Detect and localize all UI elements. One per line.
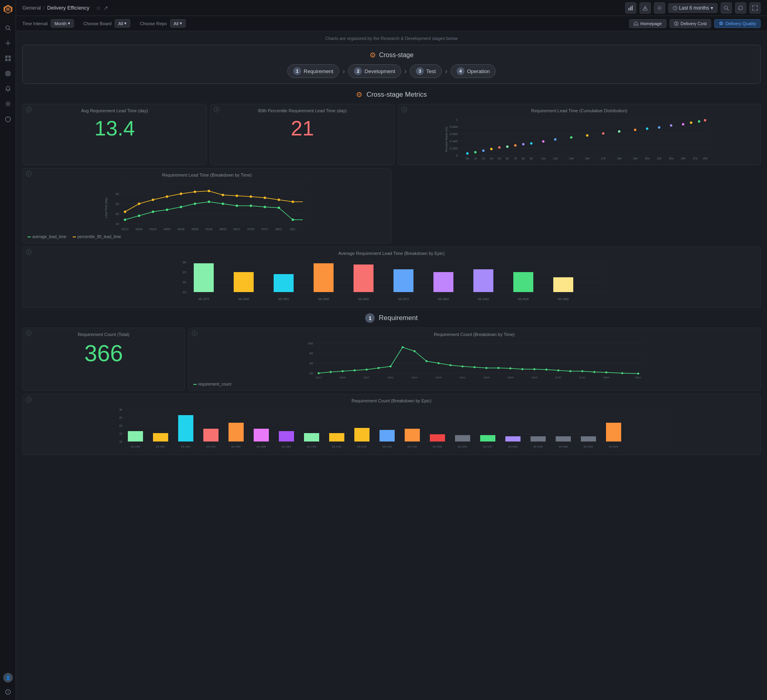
export-icon[interactable] <box>640 2 651 14</box>
req-section-num: 1 <box>365 313 375 323</box>
svg-text:EE-4586: EE-4586 <box>558 298 568 300</box>
svg-text:20d: 20d <box>645 157 650 159</box>
svg-text:04/14: 04/14 <box>411 376 418 379</box>
svg-point-175 <box>389 366 391 368</box>
svg-text:06/02: 06/02 <box>219 228 227 231</box>
delivery-quality-button[interactable]: Delivery Quality <box>714 19 761 28</box>
stage-num-3: 3 <box>416 67 424 75</box>
cumul-info-icon[interactable]: i <box>401 107 407 112</box>
chart-type-icon[interactable] <box>625 2 636 14</box>
svg-text:13d: 13d <box>553 157 558 159</box>
svg-text:EE-3740: EE-3740 <box>407 445 417 448</box>
svg-point-53 <box>618 130 620 133</box>
svg-text:EE-3663: EE-3663 <box>438 298 449 300</box>
svg-rect-10 <box>8 59 11 61</box>
settings-icon[interactable] <box>654 2 665 14</box>
sidebar-search-icon[interactable] <box>4 24 12 32</box>
cumulative-dist-title: Requirement Lead Time (Cumulative Distri… <box>403 108 755 113</box>
req-time-info[interactable]: i <box>192 330 197 336</box>
breadcrumb-parent[interactable]: General <box>22 5 41 11</box>
time-interval-label: Time Interval <box>22 21 48 26</box>
svg-rect-17 <box>628 8 630 10</box>
svg-text:14d: 14d <box>569 157 574 159</box>
homepage-button[interactable]: Homepage <box>629 19 666 28</box>
svg-point-111 <box>180 193 182 195</box>
req-epic-info[interactable]: i <box>26 397 32 402</box>
svg-text:30: 30 <box>119 408 122 411</box>
repo-all-button[interactable]: All ▾ <box>170 19 186 28</box>
share-icon[interactable]: ↗ <box>103 5 108 11</box>
stage-operation: 4 Operation <box>451 64 496 78</box>
sidebar-grid-icon[interactable] <box>4 54 12 62</box>
svg-text:EE-4536: EE-4536 <box>518 298 529 300</box>
req-count-total-card: i Requirement Count (Total) 366 <box>22 328 185 391</box>
topbar: General / Delivery Efficiency ☆ ↗ <box>16 0 767 16</box>
svg-point-99 <box>194 203 196 205</box>
cross-stage-title: ⚙ Cross-stage <box>31 51 752 60</box>
req-count-info[interactable]: i <box>26 330 32 336</box>
choose-repo-label: Choose Repo <box>140 21 167 26</box>
svg-point-41 <box>482 149 485 152</box>
svg-point-55 <box>646 127 648 130</box>
svg-text:EE-3479: EE-3479 <box>206 445 216 448</box>
search-topbar-icon[interactable] <box>721 2 732 14</box>
choose-board-label: Choose Board <box>83 21 111 26</box>
avg-req-lead-card: i Avg Requirement Lead Time (day) 13.4 <box>22 104 207 165</box>
svg-text:05/03: 05/03 <box>191 228 199 231</box>
svg-point-50 <box>570 136 572 139</box>
breadcrumb-current: Delivery Efficiency <box>47 5 89 11</box>
svg-text:EE-1575: EE-1575 <box>198 298 209 300</box>
svg-text:3d: 3d <box>482 157 485 159</box>
svg-point-102 <box>236 205 238 207</box>
sidebar-shield-icon[interactable] <box>4 115 12 123</box>
svg-text:06/23: 06/23 <box>531 376 538 379</box>
svg-rect-226 <box>203 429 219 441</box>
delivery-cost-button[interactable]: Delivery Cost <box>670 19 711 28</box>
stage-development: 2 Development <box>348 64 401 78</box>
requirement-section-header: 1 Requirement <box>22 313 761 323</box>
legend-avg: average_lead_time <box>28 235 66 239</box>
sidebar-gear-icon[interactable] <box>4 100 12 108</box>
breakdown-time-info[interactable]: i <box>26 171 32 177</box>
epic-breakdown-info[interactable]: i <box>26 249 32 255</box>
svg-text:11d: 11d <box>541 157 546 159</box>
svg-text:05/18: 05/18 <box>205 228 213 231</box>
p80-req-info-icon[interactable]: i <box>214 107 219 112</box>
sidebar-bell-icon[interactable] <box>4 85 12 93</box>
svg-text:6d: 6d <box>506 157 509 159</box>
cross-stage-label: Cross-stage <box>379 52 413 59</box>
svg-rect-155 <box>473 269 493 292</box>
avg-req-info-icon[interactable]: i <box>26 107 32 112</box>
svg-point-59 <box>690 121 692 124</box>
star-icon[interactable]: ☆ <box>96 5 101 11</box>
svg-text:07/07: 07/07 <box>555 376 562 379</box>
refresh-icon[interactable] <box>735 2 746 14</box>
svg-text:Percent Rank (%): Percent Rank (%) <box>445 127 448 152</box>
svg-rect-141 <box>194 263 214 292</box>
svg-text:17d: 17d <box>601 157 606 159</box>
req-section-label: Requirement <box>379 314 417 322</box>
stage-flow: 1 Requirement › 2 Development › 3 Test ›… <box>31 64 752 78</box>
user-avatar[interactable]: 👤 <box>3 673 13 682</box>
svg-rect-19 <box>632 6 633 10</box>
svg-point-96 <box>152 211 154 213</box>
svg-text:20: 20 <box>115 212 119 216</box>
time-range-button[interactable]: Last 6 months ▾ <box>668 3 717 13</box>
month-button[interactable]: Month ▾ <box>51 19 74 28</box>
board-all-button[interactable]: All ▾ <box>115 19 130 28</box>
svg-point-14 <box>7 103 9 105</box>
expand-icon[interactable] <box>749 2 761 14</box>
sidebar-help-icon[interactable]: ? <box>4 688 12 696</box>
svg-point-13 <box>8 73 8 74</box>
sidebar-target-icon[interactable] <box>4 70 12 78</box>
time-range-label: Last 6 months <box>679 5 709 11</box>
svg-text:7d: 7d <box>514 157 517 159</box>
svg-text:04/18: 04/18 <box>177 228 185 231</box>
svg-point-48 <box>542 140 544 143</box>
svg-text:08/04: 08/04 <box>603 376 610 379</box>
svg-point-180 <box>449 364 451 366</box>
svg-point-94 <box>124 219 126 221</box>
app-logo[interactable]: M <box>3 4 13 14</box>
svg-text:EE-3460: EE-3460 <box>181 445 191 448</box>
sidebar-add-icon[interactable] <box>4 39 12 47</box>
